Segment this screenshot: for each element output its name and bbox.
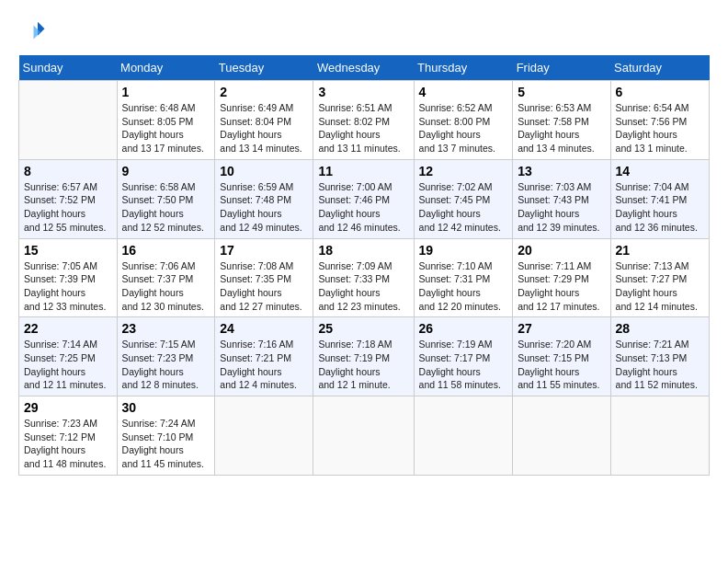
calendar-cell: 12 Sunrise: 7:02 AMSunset: 7:45 PMDaylig… bbox=[414, 159, 513, 238]
day-number: 24 bbox=[220, 321, 308, 336]
calendar-cell: 28 Sunrise: 7:21 AMSunset: 7:13 PMDaylig… bbox=[610, 317, 709, 396]
calendar-cell: 30 Sunrise: 7:24 AMSunset: 7:10 PMDaylig… bbox=[117, 396, 215, 476]
sunrise-label: Sunrise: 7:05 AMSunset: 7:39 PMDaylight … bbox=[24, 260, 106, 312]
day-number: 18 bbox=[318, 243, 408, 258]
calendar-cell: 10 Sunrise: 6:59 AMSunset: 7:48 PMDaylig… bbox=[215, 159, 313, 238]
day-number: 12 bbox=[419, 164, 508, 178]
sunrise-label: Sunrise: 7:03 AMSunset: 7:43 PMDaylight … bbox=[518, 181, 599, 233]
sunrise-label: Sunrise: 7:14 AMSunset: 7:25 PMDaylight … bbox=[24, 339, 106, 390]
calendar-cell: 27 Sunrise: 7:20 AMSunset: 7:15 PMDaylig… bbox=[513, 317, 610, 396]
calendar-cell: 4 Sunrise: 6:52 AMSunset: 8:00 PMDayligh… bbox=[414, 81, 513, 160]
calendar-cell bbox=[513, 396, 610, 476]
day-number: 16 bbox=[122, 243, 210, 258]
day-number: 10 bbox=[220, 164, 308, 178]
calendar-cell: 20 Sunrise: 7:11 AMSunset: 7:29 PMDaylig… bbox=[513, 238, 610, 317]
calendar-cell bbox=[313, 396, 414, 476]
calendar-body: 1 Sunrise: 6:48 AMSunset: 8:05 PMDayligh… bbox=[19, 81, 710, 476]
calendar-cell: 5 Sunrise: 6:53 AMSunset: 7:58 PMDayligh… bbox=[513, 81, 610, 160]
day-number: 6 bbox=[616, 85, 704, 99]
day-number: 3 bbox=[318, 85, 408, 99]
sunrise-label: Sunrise: 7:13 AMSunset: 7:27 PMDaylight … bbox=[616, 260, 698, 312]
day-number: 19 bbox=[419, 243, 508, 258]
day-number: 29 bbox=[24, 400, 112, 415]
sunrise-label: Sunrise: 7:19 AMSunset: 7:17 PMDaylight … bbox=[419, 339, 501, 390]
calendar-table: SundayMondayTuesdayWednesdayThursdayFrid… bbox=[18, 55, 710, 476]
calendar-cell: 24 Sunrise: 7:16 AMSunset: 7:21 PMDaylig… bbox=[215, 317, 313, 396]
calendar-week-row: 8 Sunrise: 6:57 AMSunset: 7:52 PMDayligh… bbox=[19, 159, 710, 238]
sunrise-label: Sunrise: 6:57 AMSunset: 7:52 PMDaylight … bbox=[24, 181, 106, 233]
sunrise-label: Sunrise: 6:58 AMSunset: 7:50 PMDaylight … bbox=[122, 181, 204, 233]
day-number: 28 bbox=[616, 321, 704, 336]
sunrise-label: Sunrise: 7:21 AMSunset: 7:13 PMDaylight … bbox=[616, 339, 698, 390]
calendar-cell bbox=[19, 81, 118, 160]
calendar-cell: 11 Sunrise: 7:00 AMSunset: 7:46 PMDaylig… bbox=[313, 159, 414, 238]
calendar-cell: 8 Sunrise: 6:57 AMSunset: 7:52 PMDayligh… bbox=[19, 159, 118, 238]
day-number: 14 bbox=[616, 164, 704, 178]
weekday-header: Friday bbox=[513, 55, 610, 81]
weekday-header: Wednesday bbox=[313, 55, 414, 81]
calendar-cell bbox=[414, 396, 513, 476]
day-number: 20 bbox=[518, 243, 605, 258]
logo-icon bbox=[18, 18, 46, 46]
sunrise-label: Sunrise: 7:09 AMSunset: 7:33 PMDaylight … bbox=[318, 260, 400, 312]
sunrise-label: Sunrise: 7:02 AMSunset: 7:45 PMDaylight … bbox=[419, 181, 501, 233]
calendar-week-row: 29 Sunrise: 7:23 AMSunset: 7:12 PMDaylig… bbox=[19, 396, 710, 476]
sunrise-label: Sunrise: 6:59 AMSunset: 7:48 PMDaylight … bbox=[220, 181, 301, 233]
sunrise-label: Sunrise: 7:18 AMSunset: 7:19 PMDaylight … bbox=[318, 339, 392, 390]
day-number: 30 bbox=[122, 400, 210, 415]
calendar-cell: 2 Sunrise: 6:49 AMSunset: 8:04 PMDayligh… bbox=[215, 81, 313, 160]
sunrise-label: Sunrise: 6:48 AMSunset: 8:05 PMDaylight … bbox=[122, 102, 204, 154]
calendar-cell: 3 Sunrise: 6:51 AMSunset: 8:02 PMDayligh… bbox=[313, 81, 414, 160]
calendar-cell: 26 Sunrise: 7:19 AMSunset: 7:17 PMDaylig… bbox=[414, 317, 513, 396]
calendar-cell: 9 Sunrise: 6:58 AMSunset: 7:50 PMDayligh… bbox=[117, 159, 215, 238]
calendar-week-row: 1 Sunrise: 6:48 AMSunset: 8:05 PMDayligh… bbox=[19, 81, 710, 160]
sunrise-label: Sunrise: 7:15 AMSunset: 7:23 PMDaylight … bbox=[122, 339, 199, 390]
day-number: 1 bbox=[122, 85, 210, 99]
sunrise-label: Sunrise: 6:53 AMSunset: 7:58 PMDaylight … bbox=[518, 102, 594, 154]
day-number: 15 bbox=[24, 243, 112, 258]
day-number: 27 bbox=[518, 321, 605, 336]
calendar-cell: 6 Sunrise: 6:54 AMSunset: 7:56 PMDayligh… bbox=[610, 81, 709, 160]
logo bbox=[18, 18, 50, 46]
sunrise-label: Sunrise: 6:51 AMSunset: 8:02 PMDaylight … bbox=[318, 102, 400, 154]
sunrise-label: Sunrise: 7:04 AMSunset: 7:41 PMDaylight … bbox=[616, 181, 698, 233]
day-number: 4 bbox=[419, 85, 508, 99]
calendar-week-row: 15 Sunrise: 7:05 AMSunset: 7:39 PMDaylig… bbox=[19, 238, 710, 317]
sunrise-label: Sunrise: 7:20 AMSunset: 7:15 PMDaylight … bbox=[518, 339, 599, 390]
calendar-cell: 16 Sunrise: 7:06 AMSunset: 7:37 PMDaylig… bbox=[117, 238, 215, 317]
weekday-header: Tuesday bbox=[215, 55, 313, 81]
calendar-cell: 19 Sunrise: 7:10 AMSunset: 7:31 PMDaylig… bbox=[414, 238, 513, 317]
sunrise-label: Sunrise: 7:23 AMSunset: 7:12 PMDaylight … bbox=[24, 418, 106, 469]
day-number: 17 bbox=[220, 243, 308, 258]
sunrise-label: Sunrise: 6:54 AMSunset: 7:56 PMDaylight … bbox=[616, 102, 689, 154]
sunrise-label: Sunrise: 7:16 AMSunset: 7:21 PMDaylight … bbox=[220, 339, 296, 390]
sunrise-label: Sunrise: 7:24 AMSunset: 7:10 PMDaylight … bbox=[122, 418, 204, 469]
calendar-cell: 21 Sunrise: 7:13 AMSunset: 7:27 PMDaylig… bbox=[610, 238, 709, 317]
day-number: 9 bbox=[122, 164, 210, 178]
weekday-header: Sunday bbox=[19, 55, 118, 81]
calendar-cell: 13 Sunrise: 7:03 AMSunset: 7:43 PMDaylig… bbox=[513, 159, 610, 238]
sunrise-label: Sunrise: 6:49 AMSunset: 8:04 PMDaylight … bbox=[220, 102, 301, 154]
day-number: 13 bbox=[518, 164, 605, 178]
day-number: 8 bbox=[24, 164, 112, 178]
day-number: 25 bbox=[318, 321, 408, 336]
calendar-header: SundayMondayTuesdayWednesdayThursdayFrid… bbox=[19, 55, 710, 81]
calendar-cell: 14 Sunrise: 7:04 AMSunset: 7:41 PMDaylig… bbox=[610, 159, 709, 238]
calendar-cell: 29 Sunrise: 7:23 AMSunset: 7:12 PMDaylig… bbox=[19, 396, 118, 476]
calendar-cell: 17 Sunrise: 7:08 AMSunset: 7:35 PMDaylig… bbox=[215, 238, 313, 317]
day-number: 5 bbox=[518, 85, 605, 99]
calendar-cell: 25 Sunrise: 7:18 AMSunset: 7:19 PMDaylig… bbox=[313, 317, 414, 396]
sunrise-label: Sunrise: 7:06 AMSunset: 7:37 PMDaylight … bbox=[122, 260, 204, 312]
weekday-header: Thursday bbox=[414, 55, 513, 81]
page-header bbox=[18, 18, 710, 46]
calendar-cell: 22 Sunrise: 7:14 AMSunset: 7:25 PMDaylig… bbox=[19, 317, 118, 396]
weekday-row: SundayMondayTuesdayWednesdayThursdayFrid… bbox=[19, 55, 710, 81]
sunrise-label: Sunrise: 7:00 AMSunset: 7:46 PMDaylight … bbox=[318, 181, 400, 233]
day-number: 26 bbox=[419, 321, 508, 336]
day-number: 23 bbox=[122, 321, 210, 336]
calendar-cell: 15 Sunrise: 7:05 AMSunset: 7:39 PMDaylig… bbox=[19, 238, 118, 317]
weekday-header: Monday bbox=[117, 55, 215, 81]
sunrise-label: Sunrise: 7:11 AMSunset: 7:29 PMDaylight … bbox=[518, 260, 599, 312]
sunrise-label: Sunrise: 7:08 AMSunset: 7:35 PMDaylight … bbox=[220, 260, 301, 312]
calendar-cell: 1 Sunrise: 6:48 AMSunset: 8:05 PMDayligh… bbox=[117, 81, 215, 160]
